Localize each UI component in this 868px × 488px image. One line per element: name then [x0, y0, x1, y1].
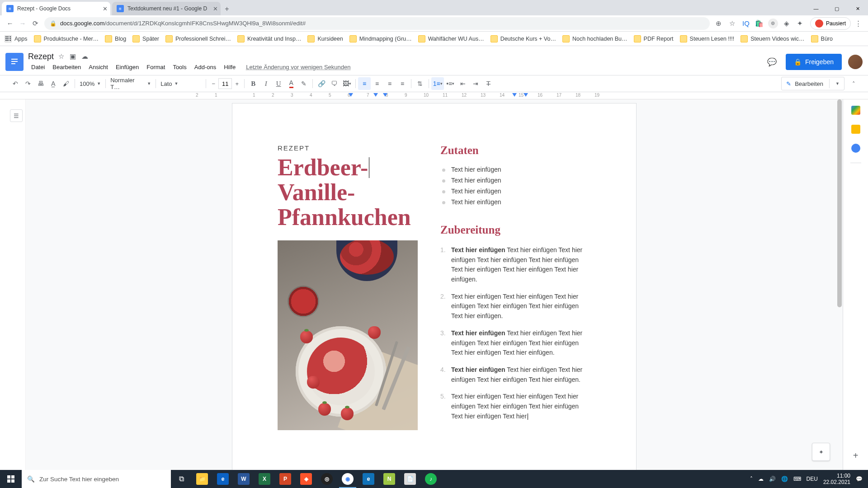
taskbar-app-edge[interactable]: e [212, 470, 233, 488]
increase-indent-button[interactable]: ⇥ [469, 77, 482, 90]
font-size-decrease[interactable]: − [208, 78, 218, 89]
tray-language[interactable]: DEU [807, 476, 818, 482]
docs-logo-icon[interactable] [5, 53, 24, 71]
menu-edit[interactable]: Bearbeiten [49, 62, 84, 72]
insert-image-button[interactable]: 🖼▾ [340, 77, 353, 90]
paint-format-button[interactable]: 🖌 [60, 77, 72, 90]
align-left-button[interactable]: ≡ [358, 77, 371, 90]
nav-reload-button[interactable]: ⟳ [29, 17, 42, 30]
browser-tab-active[interactable]: ≡ Rezept - Google Docs ✕ [2, 2, 110, 15]
bookmark-item[interactable]: Noch hochladen Bu… [562, 35, 627, 42]
redo-button[interactable]: ↷ [22, 77, 34, 90]
bookmark-item[interactable]: Blog [105, 35, 126, 42]
bookmark-item[interactable]: Professionell Schrei… [165, 35, 231, 42]
tasks-app-icon[interactable] [851, 144, 860, 153]
font-size-increase[interactable]: + [232, 78, 242, 89]
align-center-button[interactable]: ≡ [371, 77, 383, 90]
list-item[interactable]: Text hier einfügen [440, 197, 591, 207]
tray-network-icon[interactable]: 🌐 [781, 476, 788, 482]
numbered-list-button[interactable]: 1≡▾ [431, 77, 444, 90]
window-maximize-button[interactable]: ▢ [826, 2, 847, 15]
bookmark-apps[interactable]: Apps [5, 35, 28, 42]
browser-tab-inactive[interactable]: ≡ Textdokument neu #1 - Google D ✕ [112, 2, 221, 15]
explore-button[interactable]: ✦ [812, 443, 830, 461]
taskbar-app-notepad[interactable]: 📄 [400, 470, 420, 488]
tray-notifications-icon[interactable]: 💬 [856, 476, 863, 482]
paragraph-style-select[interactable]: Normaler T…▼ [108, 78, 153, 89]
document-page[interactable]: REZEPT Erdbeer- Vanille- Pfannkuchen [232, 103, 637, 470]
list-item[interactable]: Text hier einfügen [440, 164, 591, 175]
nav-back-button[interactable]: ← [4, 17, 16, 30]
decrease-indent-button[interactable]: ⇤ [457, 77, 469, 90]
tray-chevron-icon[interactable]: ˄ [750, 476, 753, 482]
taskbar-app-powerpoint[interactable]: P [275, 470, 296, 488]
font-select[interactable]: Lato▼ [158, 78, 203, 89]
undo-button[interactable]: ↶ [9, 77, 22, 90]
bookmark-item[interactable]: Steuern Lesen !!!! [680, 35, 735, 42]
taskbar-app-brave[interactable]: ◈ [296, 470, 316, 488]
text-color-button[interactable]: A [285, 77, 297, 90]
recipe-image[interactable] [278, 240, 418, 430]
keep-app-icon[interactable] [851, 125, 860, 134]
tray-keyboard-icon[interactable]: ⌨ [793, 476, 801, 482]
taskbar-search[interactable]: 🔍 Zur Suche Text hier eingeben [22, 470, 171, 488]
taskbar-app-word[interactable]: W [233, 470, 254, 488]
task-view-button[interactable]: ⧉ [171, 470, 192, 488]
list-item[interactable]: Text hier einfügen [440, 175, 591, 186]
taskbar-app-notepadpp[interactable]: N [379, 470, 400, 488]
highlight-button[interactable]: ✎ [297, 77, 310, 90]
document-scroll-area[interactable]: ☰ REZEPT Erdbeer- Vanille- Pfannkuchen [0, 99, 843, 470]
vertical-ruler[interactable] [0, 99, 26, 470]
tab-close-icon[interactable]: ✕ [213, 5, 218, 12]
mode-select[interactable]: ✎ Bearbeiten ▼ [781, 77, 844, 90]
tray-volume-icon[interactable]: 🔊 [769, 476, 776, 482]
spellcheck-button[interactable]: A̲ [47, 77, 60, 90]
collapse-toolbar-button[interactable]: ˄ [848, 78, 859, 89]
chrome-menu-button[interactable]: ⋮ [852, 17, 864, 30]
menu-format[interactable]: Format [143, 62, 168, 72]
tray-onedrive-icon[interactable]: ☁ [758, 476, 764, 482]
last-edit-text[interactable]: Letzte Änderung vor wenigen Sekunden [243, 62, 354, 72]
nav-forward-button[interactable]: → [16, 17, 29, 30]
bold-button[interactable]: B [247, 77, 259, 90]
list-item[interactable]: Text hier einfügen Text hier einfügen Te… [440, 327, 591, 363]
tray-clock[interactable]: 11:00 22.02.2021 [823, 473, 850, 486]
bulleted-list-button[interactable]: •≡▾ [444, 77, 457, 90]
extension-iq-icon[interactable]: IQ [740, 17, 752, 30]
bookmark-item[interactable]: Steuern Videos wic… [741, 35, 804, 42]
taskbar-app-obs[interactable]: ◎ [316, 470, 337, 488]
new-tab-button[interactable]: + [221, 3, 233, 15]
doc-title[interactable]: Rezept [28, 52, 54, 61]
list-item[interactable]: Text hier einfügen Text hier einfügen Te… [440, 290, 591, 327]
extension-shopping-icon[interactable]: 🛍️ [753, 17, 766, 30]
bookmark-item[interactable]: Büro [811, 35, 833, 42]
bookmark-item[interactable]: Produktsuche - Mer… [34, 35, 99, 42]
outline-toggle-button[interactable]: ☰ [10, 109, 23, 122]
taskbar-app-edgelegacy[interactable]: e [358, 470, 379, 488]
comment-history-icon[interactable]: 💬 [765, 55, 779, 69]
taskbar-app-explorer[interactable]: 📁 [192, 470, 212, 488]
list-item[interactable]: Text hier einfügen Text hier einfügen Te… [440, 390, 591, 427]
list-item[interactable]: Text hier einfügen Text hier einfügen Te… [440, 363, 591, 390]
extension-globe-icon[interactable]: ⊚ [767, 17, 779, 30]
bookmark-item[interactable]: Mindmapping (Gru… [349, 35, 412, 42]
add-apps-button[interactable]: + [853, 450, 859, 461]
bookmark-star-icon[interactable]: ☆ [726, 17, 739, 30]
underline-button[interactable]: U [272, 77, 285, 90]
taskbar-app-spotify[interactable]: ♪ [420, 470, 441, 488]
bookmark-item[interactable]: Deutsche Kurs + Vo… [491, 35, 556, 42]
vertical-scrollbar[interactable] [835, 99, 843, 470]
bookmark-item[interactable]: Kreativität und Insp… [237, 35, 302, 42]
menu-addons[interactable]: Add-ons [191, 62, 219, 72]
cloud-status-icon[interactable]: ☁ [81, 52, 88, 61]
add-comment-button[interactable]: 🗨 [328, 77, 340, 90]
bookmark-item[interactable]: Kursideen [307, 35, 343, 42]
bookmark-item[interactable]: Später [132, 35, 159, 42]
list-item[interactable]: Text hier einfügen Text hier einfügen Te… [440, 244, 591, 290]
taskbar-app-excel[interactable]: X [254, 470, 275, 488]
menu-file[interactable]: Datei [28, 62, 48, 72]
star-icon[interactable]: ☆ [58, 52, 64, 61]
profile-chip[interactable]: Pausiert [810, 17, 851, 30]
font-size-input[interactable]: 11 [218, 78, 232, 89]
url-input[interactable]: 🔒 docs.google.com/document/d/1ZRDKqKonsl… [44, 17, 710, 30]
